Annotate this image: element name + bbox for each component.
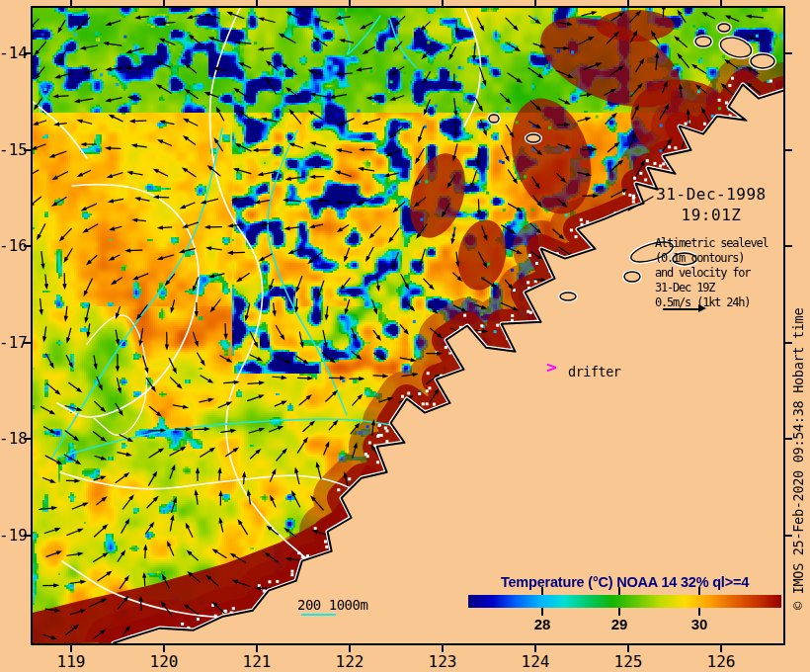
y-axis-label: -18: [0, 430, 28, 448]
date-text: 31-Dec-1998: [652, 184, 770, 205]
colorbar-gradient: [468, 595, 781, 608]
time-text: 19:01Z: [652, 205, 770, 225]
x-axis-tick-top: [534, 0, 536, 6]
x-axis-tick-bottom: [534, 645, 536, 652]
colorbar-tick-label: 29: [600, 616, 639, 632]
map-frame: 31-Dec-1998 19:01Z Altimetric sealevel(0…: [31, 6, 785, 645]
x-axis-tick-bottom: [442, 645, 444, 652]
y-axis-label: -15: [0, 141, 28, 159]
colorbar-tick: [698, 587, 700, 595]
x-axis-tick-bottom: [70, 645, 72, 652]
x-axis-tick-bottom: [720, 645, 722, 652]
x-axis-tick-bottom: [627, 645, 629, 652]
x-axis-label: 119: [47, 652, 95, 671]
colorbar-tick-label: 28: [523, 616, 562, 632]
y-axis-label: -17: [0, 334, 28, 352]
altimetric-note: Altimetric sealevel(0.1m contours)and ve…: [655, 236, 768, 310]
x-axis-label: 124: [512, 652, 559, 671]
x-axis-tick-top: [442, 0, 444, 6]
datetime-label: 31-Dec-1998 19:01Z: [652, 184, 770, 225]
credit-text: © IMOS 25-Feb-2020 09:54:38 Hobart time: [790, 308, 806, 610]
x-axis-label: 125: [605, 652, 652, 671]
x-axis-tick-top: [256, 0, 258, 6]
arrow-head-icon: [698, 304, 706, 312]
colorbar-tick-label: 30: [680, 616, 719, 632]
x-axis-label: 126: [697, 652, 745, 671]
x-axis-tick-bottom: [163, 645, 165, 652]
colorbar-tick: [618, 587, 620, 595]
colorbar-title: Temperature (°C) NOAA 14 32% ql>=4: [468, 574, 781, 590]
x-axis-tick-top: [720, 0, 722, 6]
x-axis-tick-bottom: [349, 645, 351, 652]
x-axis-label: 122: [326, 652, 373, 671]
y-axis-label: -19: [0, 527, 28, 545]
sst-map-figure: { "map": { "lon_ticks": ["119","120","12…: [0, 0, 810, 672]
altimetric-note-line: and velocity for: [655, 266, 768, 281]
drifter-label: drifter: [568, 364, 620, 379]
y-axis-tick-right: [785, 245, 792, 247]
y-axis-tick-right: [785, 52, 792, 54]
x-axis-tick-top: [163, 0, 165, 6]
x-axis-tick-top: [70, 0, 72, 6]
velocity-scale-arrow: [663, 304, 706, 313]
colorbar-tick: [541, 608, 543, 616]
x-axis-label: 121: [233, 652, 281, 671]
colorbar-tick: [618, 608, 620, 616]
altimetric-note-line: 31-Dec 19Z: [655, 281, 768, 295]
x-axis-tick-top: [627, 0, 629, 6]
colorbar: Temperature (°C) NOAA 14 32% ql>=4 28293…: [468, 574, 781, 635]
arrow-line: [663, 308, 702, 310]
y-axis-label: -14: [0, 44, 28, 62]
colorbar-tick: [698, 608, 700, 616]
bathy-200m-line: [301, 614, 336, 616]
depth-scale-label: 200 1000m: [297, 597, 367, 613]
x-axis-label: 120: [140, 652, 188, 671]
sst-map-canvas: [33, 8, 783, 643]
x-axis-tick-bottom: [256, 645, 258, 652]
x-axis-label: 123: [419, 652, 466, 671]
altimetric-note-line: (0.1m contours): [655, 251, 768, 266]
colorbar-tick: [541, 587, 543, 595]
x-axis-tick-top: [349, 0, 351, 6]
drifter-arrow-icon: >: [546, 361, 557, 375]
y-axis-tick-right: [785, 149, 792, 151]
altimetric-note-line: Altimetric sealevel: [655, 236, 768, 251]
y-axis-label: -16: [0, 237, 28, 255]
